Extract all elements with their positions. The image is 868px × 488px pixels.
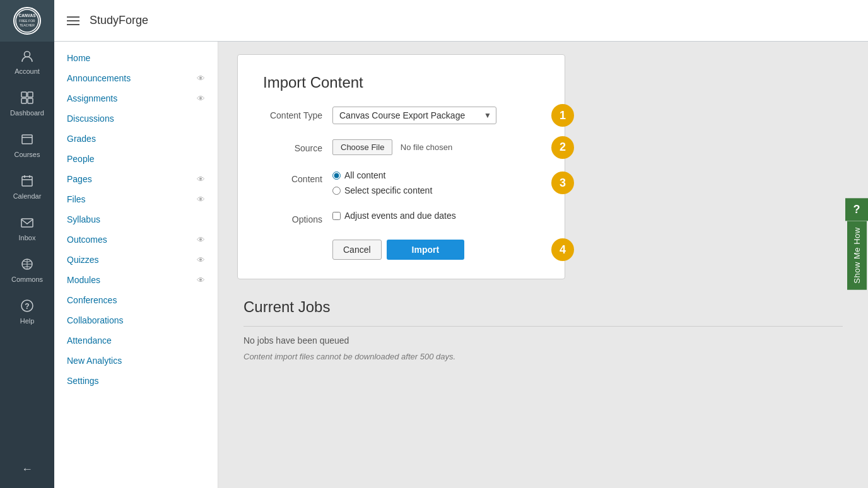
nav-item-settings-label: Settings [67, 376, 99, 386]
radio-specific-content[interactable]: Select specific content [332, 185, 539, 195]
radio-all-label: All content [344, 170, 385, 180]
eye-icon-assignments: 👁 [197, 94, 205, 103]
svg-rect-6 [28, 92, 33, 97]
nav-item-modules[interactable]: Modules 👁 [54, 270, 218, 290]
nav-item-attendance-label: Attendance [67, 335, 112, 346]
jobs-note: Content import files cannot be downloade… [243, 352, 843, 361]
sidebar-collapse-button[interactable]: ← [0, 455, 54, 483]
canvas-logo-circle: CANVAS FREE FOR TEACHER [13, 7, 41, 35]
sidebar-item-calendar[interactable]: Calendar [0, 166, 54, 208]
eye-icon-pages: 👁 [197, 175, 205, 184]
adjust-dates-checkbox-label[interactable]: Adjust events and due dates [332, 211, 539, 221]
nav-item-assignments-label: Assignments [67, 93, 117, 103]
no-jobs-text: No jobs have been queued [243, 335, 843, 346]
nav-item-syllabus-label: Syllabus [67, 214, 100, 224]
hamburger-menu[interactable] [67, 16, 79, 25]
current-jobs-title: Current Jobs [243, 298, 843, 316]
step-badge-2: 2 [551, 136, 574, 159]
nav-item-announcements-label: Announcements [67, 73, 131, 83]
nav-item-files-label: Files [67, 194, 86, 204]
svg-rect-11 [22, 177, 32, 186]
svg-text:?: ? [25, 302, 29, 311]
step-badge-4: 4 [551, 238, 574, 261]
nav-item-announcements[interactable]: Announcements 👁 [54, 68, 218, 88]
sidebar-nav: Account Dashboard Courses Calendar Inbox [0, 42, 54, 455]
account-icon [20, 49, 34, 65]
nav-item-attendance[interactable]: Attendance [54, 330, 218, 351]
source-control: Choose File No file chosen [332, 139, 539, 155]
sidebar-bottom: ← [0, 455, 54, 483]
hamburger-line-2 [67, 20, 79, 21]
eye-icon-files: 👁 [197, 195, 205, 204]
nav-item-syllabus[interactable]: Syllabus [54, 209, 218, 229]
svg-text:TEACHER: TEACHER [20, 23, 35, 27]
sidebar-item-inbox[interactable]: Inbox [0, 208, 54, 250]
svg-text:FREE FOR: FREE FOR [19, 19, 35, 23]
adjust-dates-label: Adjust events and due dates [344, 211, 456, 221]
nav-item-home[interactable]: Home [54, 48, 218, 68]
show-me-how-widget[interactable]: ? Show Me How [845, 198, 868, 289]
nav-item-pages-label: Pages [67, 174, 92, 184]
radio-all-content[interactable]: All content [332, 170, 539, 180]
sidebar-item-commons[interactable]: Commons [0, 250, 54, 291]
content-wrapper: Home Announcements 👁 Assignments 👁 Discu… [54, 42, 868, 488]
left-sidebar: CANVAS FREE FOR TEACHER Account Dashboar… [0, 0, 54, 488]
button-row: Cancel Import 4 [263, 240, 539, 260]
nav-item-new-analytics[interactable]: New Analytics [54, 351, 218, 371]
cancel-button[interactable]: Cancel [332, 240, 382, 260]
topbar: StudyForge [54, 0, 868, 42]
current-jobs-section: Current Jobs No jobs have been queued Co… [237, 298, 849, 361]
eye-icon-announcements: 👁 [197, 74, 205, 83]
hamburger-line-1 [67, 16, 79, 18]
canvas-logo-svg: CANVAS FREE FOR TEACHER [15, 9, 39, 33]
source-row: Source Choose File No file chosen 2 [263, 139, 539, 155]
nav-item-settings[interactable]: Settings [54, 371, 218, 391]
content-row: Content All content Select specific cont… [263, 170, 539, 195]
help-icon: ? [20, 299, 34, 315]
canvas-logo: CANVAS FREE FOR TEACHER [0, 0, 54, 42]
nav-item-assignments[interactable]: Assignments 👁 [54, 88, 218, 108]
radio-all-input[interactable] [332, 171, 341, 180]
nav-item-people-label: People [67, 154, 95, 164]
nav-item-conferences-label: Conferences [67, 295, 117, 305]
page-title: StudyForge [90, 14, 148, 27]
sidebar-item-courses[interactable]: Courses [0, 125, 54, 166]
hamburger-line-3 [67, 24, 79, 25]
import-button[interactable]: Import [387, 240, 465, 260]
sidebar-item-label: Commons [11, 276, 43, 284]
page-content: Import Content Content Type Canvas Cours… [218, 42, 868, 488]
svg-rect-8 [28, 98, 33, 103]
collapse-icon: ← [21, 463, 33, 476]
svg-rect-9 [22, 135, 32, 144]
sidebar-item-account[interactable]: Account [0, 42, 54, 83]
sidebar-item-label: Dashboard [10, 109, 44, 117]
sidebar-item-label: Inbox [19, 234, 36, 242]
nav-item-conferences[interactable]: Conferences [54, 290, 218, 310]
content-type-select-wrapper: Canvas Course Export Package ▼ [332, 107, 496, 124]
radio-specific-input[interactable] [332, 187, 341, 195]
calendar-icon [20, 174, 34, 190]
svg-rect-15 [21, 219, 33, 227]
show-me-label[interactable]: Show Me How [847, 221, 867, 289]
nav-item-people[interactable]: People [54, 149, 218, 169]
nav-item-quizzes[interactable]: Quizzes 👁 [54, 250, 218, 270]
content-type-select[interactable]: Canvas Course Export Package [332, 107, 496, 124]
options-label: Options [263, 211, 332, 224]
nav-item-discussions[interactable]: Discussions [54, 108, 218, 129]
nav-item-pages[interactable]: Pages 👁 [54, 169, 218, 189]
nav-item-grades[interactable]: Grades [54, 129, 218, 149]
sidebar-item-dashboard[interactable]: Dashboard [0, 83, 54, 125]
options-control: Adjust events and due dates [332, 211, 539, 221]
svg-text:CANVAS: CANVAS [19, 13, 37, 18]
choose-file-button[interactable]: Choose File [332, 139, 392, 155]
adjust-dates-checkbox[interactable] [332, 212, 341, 220]
nav-item-modules-label: Modules [67, 275, 100, 285]
course-nav: Home Announcements 👁 Assignments 👁 Discu… [54, 42, 218, 488]
nav-item-outcomes[interactable]: Outcomes 👁 [54, 229, 218, 250]
svg-point-4 [25, 51, 30, 57]
nav-item-files[interactable]: Files 👁 [54, 189, 218, 209]
show-me-icon[interactable]: ? [845, 198, 868, 221]
nav-item-collaborations[interactable]: Collaborations [54, 310, 218, 330]
content-label: Content [263, 170, 332, 184]
sidebar-item-help[interactable]: ? Help [0, 291, 54, 333]
